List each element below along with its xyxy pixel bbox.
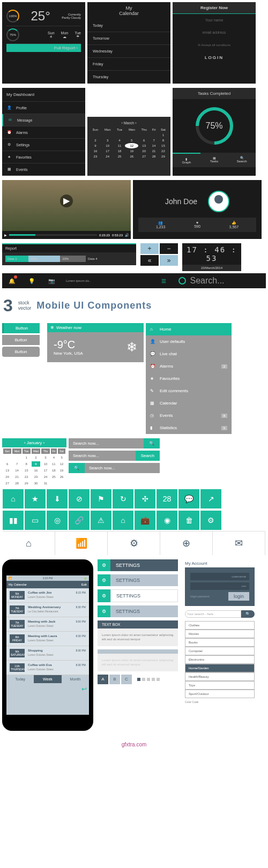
button[interactable]: Button: [2, 347, 40, 357]
password-input[interactable]: ••••: [190, 582, 249, 590]
page-b[interactable]: B: [109, 675, 120, 684]
tab[interactable]: ⌂: [3, 532, 55, 555]
tab-today[interactable]: Today: [6, 675, 34, 683]
full-report-button[interactable]: Full Report ›: [6, 44, 81, 52]
tab-week[interactable]: Week: [34, 675, 61, 683]
menu-item[interactable]: 👤User defaults: [146, 335, 232, 348]
video-player[interactable]: ▶ ▶ 0:23:23 0:53:23 🔊: [2, 180, 131, 239]
menu-item[interactable]: ◷Events8: [146, 409, 232, 422]
icon[interactable]: ⊘: [69, 489, 90, 508]
login-button[interactable]: login: [228, 592, 249, 601]
menu-item[interactable]: 💬Live chat: [146, 348, 232, 360]
prev-button[interactable]: «: [140, 255, 159, 266]
icon[interactable]: 28: [157, 489, 177, 508]
menu-item[interactable]: ✎Edit comments: [146, 385, 232, 397]
settings-button[interactable]: SETTINGS: [110, 574, 178, 586]
menu-item[interactable]: ▮Statistics5: [146, 422, 232, 434]
search-button[interactable]: 🔍: [144, 438, 160, 448]
settings-button[interactable]: SETTINGS: [110, 605, 178, 617]
icon[interactable]: ↻: [113, 489, 133, 508]
category-item[interactable]: Electronics: [185, 655, 255, 664]
button[interactable]: Button: [2, 323, 40, 333]
cal-item[interactable]: Thursday: [87, 71, 170, 84]
icon[interactable]: ▮▮: [3, 511, 24, 530]
icon[interactable]: ★: [25, 489, 46, 508]
icon[interactable]: 🔗: [69, 511, 90, 530]
button[interactable]: Button: [2, 335, 40, 345]
category-item[interactable]: Sport/Outdoor: [185, 690, 255, 698]
sidebar-item-profile[interactable]: 👤Profile: [2, 102, 85, 114]
menu-item[interactable]: ⌂Home: [146, 323, 232, 335]
progress-bar[interactable]: [9, 234, 97, 236]
category-item[interactable]: Home/Garden: [185, 664, 255, 672]
icon[interactable]: ⚠: [91, 511, 111, 530]
icon[interactable]: ⬇: [47, 489, 68, 508]
icon[interactable]: 💼: [135, 511, 155, 530]
pagination-dots[interactable]: [137, 678, 160, 681]
menu-item[interactable]: ▦Calendar: [146, 397, 232, 409]
sidebar-item-events[interactable]: ▦Events: [2, 163, 85, 176]
tab[interactable]: ⚙: [108, 532, 160, 555]
tab[interactable]: ⊕: [160, 532, 213, 555]
event-row[interactable]: 9thSATURDAYShoppingLorem Dolores Street8…: [6, 646, 89, 661]
event-row[interactable]: 7thTUESDAYMeeting with JackLorem Dolores…: [6, 617, 89, 632]
camera-icon[interactable]: 📷: [42, 273, 61, 288]
category-item[interactable]: Health/Beauty: [185, 672, 255, 681]
icon[interactable]: ↗: [200, 489, 221, 508]
month-label[interactable]: ‹ January ›: [2, 438, 66, 447]
page-a[interactable]: A: [98, 675, 108, 684]
volume-icon[interactable]: 🔊: [125, 233, 129, 237]
menu-item[interactable]: ★Favourites: [146, 372, 232, 385]
category-item[interactable]: Clothes: [185, 621, 255, 630]
bell-icon[interactable]: 🔔: [2, 273, 21, 288]
tab[interactable]: 📶: [55, 532, 108, 555]
search-button[interactable]: Search: [136, 451, 160, 461]
icon[interactable]: ✣: [135, 489, 155, 508]
category-item[interactable]: Books: [185, 638, 255, 647]
event-row[interactable]: 11thTHURSDAYCoffee with EvaLorem Dolores…: [6, 661, 89, 675]
cal-item[interactable]: Today: [87, 19, 170, 32]
page-c[interactable]: C: [121, 675, 132, 684]
search-button[interactable]: 🔍: [69, 463, 85, 473]
tab-search[interactable]: 🔍Search: [228, 153, 256, 167]
icon[interactable]: ⌂: [3, 489, 24, 508]
icon[interactable]: 💬: [178, 489, 199, 508]
month-label[interactable]: ‹ March ›: [90, 119, 168, 127]
icon[interactable]: ⌂: [113, 511, 133, 530]
sidebar-item-settings[interactable]: ⚙Settings: [2, 139, 85, 151]
name-input[interactable]: Your name: [173, 14, 256, 26]
username-input[interactable]: username: [190, 573, 249, 580]
event-row[interactable]: 5thMONDAYCoffee with JimLorem Dolores St…: [6, 588, 89, 603]
event-row[interactable]: 7thTUESDAYWedding AnniversaryLe Cirq Ita…: [6, 603, 89, 617]
play-small-icon[interactable]: ▶: [4, 233, 7, 237]
edit-button[interactable]: Edit: [81, 583, 87, 586]
tab[interactable]: ✉: [213, 532, 265, 555]
search-button[interactable]: 🔍: [241, 610, 255, 618]
tab-tasks[interactable]: ▦Tasks: [200, 153, 228, 167]
sidebar-item-favorites[interactable]: ★Favorites: [2, 151, 85, 163]
list-icon[interactable]: ☰: [154, 273, 174, 288]
tab-graph[interactable]: ▮Graph: [173, 153, 200, 167]
category-item[interactable]: Movies: [185, 630, 255, 638]
search-input[interactable]: Search now...: [85, 463, 160, 473]
sidebar-item-message[interactable]: ✉Message: [2, 114, 85, 126]
play-icon[interactable]: ▶: [60, 194, 73, 207]
event-row[interactable]: 8thFRIDAYMeeting with LauraLorem Dolores…: [6, 632, 89, 646]
search-input[interactable]: Search now...: [69, 438, 144, 448]
search-input[interactable]: Search now...: [69, 451, 136, 461]
cal-item[interactable]: Tomorrow: [87, 32, 170, 45]
menu-item[interactable]: ⏰Alarms2: [146, 360, 232, 372]
search-input[interactable]: Search...: [174, 273, 266, 288]
settings-button[interactable]: SETTINGS: [110, 559, 178, 571]
icon[interactable]: ◉: [157, 511, 177, 530]
bulb-icon[interactable]: 💡: [22, 273, 41, 288]
cal-item[interactable]: Friday: [87, 58, 170, 71]
settings-button[interactable]: SETTINGS: [110, 589, 178, 602]
arrow-icon[interactable]: ↩: [6, 683, 89, 695]
accept-checkbox[interactable]: ⊘ Accept all conditions: [173, 39, 256, 51]
category-item[interactable]: Toys: [185, 681, 255, 690]
minus-button[interactable]: −: [160, 243, 178, 254]
icon[interactable]: ⚑: [91, 489, 111, 508]
icon[interactable]: ⚙: [200, 511, 221, 530]
icon[interactable]: 🗑: [178, 511, 199, 530]
